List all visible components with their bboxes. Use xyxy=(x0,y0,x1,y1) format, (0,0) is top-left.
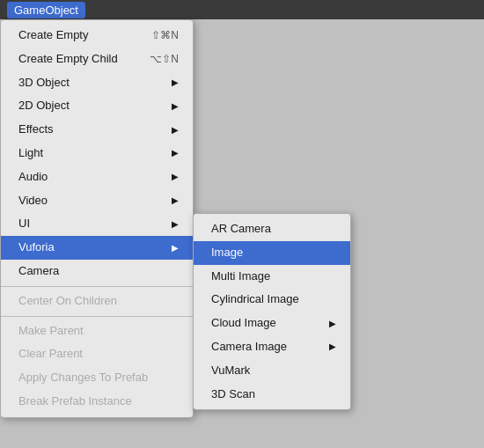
menubar-gameobject[interactable]: GameObject xyxy=(7,2,85,18)
dropdown-container: Create Empty ⇧⌘N Create Empty Child ⌥⇧N … xyxy=(0,19,351,418)
menu-item-audio[interactable]: Audio ▶ xyxy=(1,165,193,189)
menu-item-3d-object[interactable]: 3D Object ▶ xyxy=(1,71,193,95)
arrow-icon-vuforia: ▶ xyxy=(172,241,179,255)
menu-item-video[interactable]: Video ▶ xyxy=(1,189,193,213)
arrow-icon-effects: ▶ xyxy=(172,123,179,137)
arrow-icon-2d-object: ▶ xyxy=(172,99,179,114)
submenu-item-cylindrical-image[interactable]: Cylindrical Image xyxy=(194,288,350,312)
submenu-item-image[interactable]: Image xyxy=(194,241,350,265)
menu-item-vuforia[interactable]: Vuforia ▶ xyxy=(1,236,193,260)
arrow-icon-audio: ▶ xyxy=(172,170,179,184)
arrow-icon-3d-object: ▶ xyxy=(172,76,179,90)
submenu-item-cloud-image[interactable]: Cloud Image ▶ xyxy=(194,312,350,335)
submenu-vuforia: AR Camera Image Multi Image Cylindrical … xyxy=(193,213,351,410)
menu-bar: GameObject xyxy=(0,0,484,19)
submenu-item-camera-image[interactable]: Camera Image ▶ xyxy=(194,335,350,359)
menu-item-create-empty[interactable]: Create Empty ⇧⌘N xyxy=(1,24,193,48)
menu-item-break-prefab: Break Prefab Instance xyxy=(1,390,193,414)
menu-item-effects[interactable]: Effects ▶ xyxy=(1,118,193,142)
menu-item-ui[interactable]: UI ▶ xyxy=(1,212,193,236)
submenu-item-3d-scan[interactable]: 3D Scan xyxy=(194,383,350,407)
main-menu: Create Empty ⇧⌘N Create Empty Child ⌥⇧N … xyxy=(0,19,194,418)
separator-1 xyxy=(1,286,193,287)
arrow-icon-camera-image: ▶ xyxy=(329,340,336,354)
submenu-item-vumark[interactable]: VuMark xyxy=(194,359,350,383)
submenu-item-multi-image[interactable]: Multi Image xyxy=(194,265,350,289)
arrow-icon-ui: ▶ xyxy=(172,217,179,231)
arrow-icon-light: ▶ xyxy=(172,146,179,160)
menu-item-camera[interactable]: Camera xyxy=(1,260,193,283)
menu-item-center-on-children: Center On Children xyxy=(1,290,193,313)
menu-item-apply-changes: Apply Changes To Prefab xyxy=(1,366,193,390)
menu-item-light[interactable]: Light ▶ xyxy=(1,142,193,165)
menu-item-create-empty-child[interactable]: Create Empty Child ⌥⇧N xyxy=(1,48,193,71)
separator-2 xyxy=(1,316,193,317)
menu-item-2d-object[interactable]: 2D Object ▶ xyxy=(1,94,193,118)
menu-item-make-parent: Make Parent xyxy=(1,319,193,343)
submenu-item-ar-camera[interactable]: AR Camera xyxy=(194,217,350,241)
menu-item-clear-parent: Clear Parent xyxy=(1,342,193,366)
arrow-icon-video: ▶ xyxy=(172,194,179,208)
arrow-icon-cloud-image: ▶ xyxy=(329,317,336,331)
